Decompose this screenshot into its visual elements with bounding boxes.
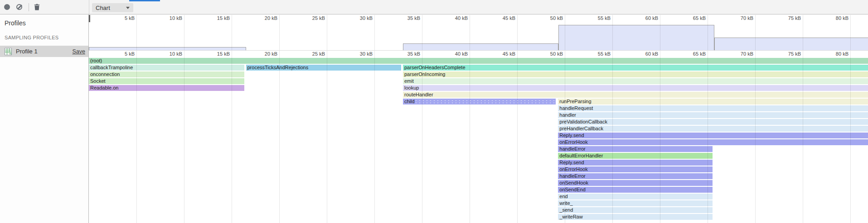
flame-bar-handleerror[interactable]: handleError — [558, 146, 713, 152]
chevron-down-icon — [126, 7, 130, 9]
gridline — [470, 51, 470, 223]
flame-bar-readable-on[interactable]: Readable.on — [89, 85, 244, 91]
flame-bar-onsendend[interactable]: onSendEnd — [558, 187, 713, 193]
flame-bar-label: _send — [558, 207, 713, 213]
flame-bar-label: lookup — [403, 85, 868, 91]
overview-range-handle[interactable] — [89, 15, 90, 22]
overview-step — [714, 38, 868, 50]
flame-bar-callbacktrampoline[interactable]: callbackTrampoline — [89, 65, 244, 71]
flame-bar-onerrorhook[interactable]: onErrorHook — [558, 166, 713, 172]
flame-chart-panel[interactable]: (root)callbackTrampolineprocessTicksAndR… — [89, 14, 868, 223]
gridline — [850, 15, 851, 50]
gridline — [279, 51, 280, 223]
flame-bar-emit[interactable]: emit — [403, 78, 868, 84]
overview-graph[interactable] — [89, 14, 868, 51]
flame-bar-routehandler[interactable]: routeHandler — [403, 92, 868, 98]
gridline — [327, 51, 327, 223]
flame-bar-lookup[interactable]: lookup — [403, 85, 868, 91]
flame-bar-parseronincoming[interactable]: parserOnIncoming — [403, 71, 868, 77]
flame-bar-parseronheaderscomplete[interactable]: parserOnHeadersComplete — [403, 65, 868, 71]
gridline — [422, 15, 422, 50]
flame-bar-end[interactable]: end — [558, 194, 713, 199]
flame-bar-send[interactable]: _send — [558, 207, 713, 213]
gridline — [612, 15, 613, 50]
flame-bar-handleerror[interactable]: handleError — [558, 173, 713, 179]
overview-step — [403, 43, 558, 50]
sidebar: Profiles SAMPLING PROFILES % Profile 1 S… — [0, 14, 89, 223]
chart-view-dropdown[interactable]: Chart — [92, 3, 133, 12]
flame-bar-label: onSendHook — [558, 180, 713, 186]
gridline — [708, 15, 708, 50]
flame-bar-label: Readable.on — [89, 85, 244, 91]
flame-bar-write[interactable]: write_ — [558, 200, 713, 206]
gridline — [612, 51, 613, 223]
flame-bar-label: end — [558, 194, 713, 199]
gridline — [517, 51, 518, 223]
ruler-tick-label: 25 kB — [289, 51, 325, 57]
flame-bar-prevalidationcallback[interactable]: preValidationCallback — [558, 119, 868, 125]
ruler-tick-label: 65 kB — [669, 51, 706, 57]
flame-bar-socket[interactable]: Socket — [89, 78, 244, 84]
flame-bar-handler[interactable]: handler — [558, 112, 868, 118]
flame-bar-onsendhook[interactable]: onSendHook — [558, 180, 713, 186]
gridline — [327, 15, 327, 50]
flame-bar-label: processTicksAndRejections — [246, 65, 402, 71]
flame-bar-handlerequest[interactable]: handleRequest — [558, 105, 868, 111]
record-icon[interactable] — [4, 4, 10, 10]
gridline — [803, 15, 803, 50]
flame-bar-onerrorhook[interactable]: onErrorHook — [558, 139, 868, 145]
gridline — [374, 51, 375, 223]
toolbar-separator — [29, 3, 29, 11]
flame-bar-label: preHandlerCallback — [558, 126, 868, 132]
toolbar-divider — [89, 0, 89, 14]
ruler-tick-label: 20 kB — [241, 51, 277, 57]
ruler-tick-label: 75 kB — [765, 51, 801, 57]
gridline — [850, 51, 851, 223]
main-body: Profiles SAMPLING PROFILES % Profile 1 S… — [0, 14, 868, 223]
flame-bar-defaulterrorhandler[interactable]: defaultErrorHandler — [558, 153, 713, 159]
flame-bar-label: Reply.send — [558, 133, 868, 138]
gridline — [565, 51, 565, 223]
flame-bar-label: parserOnIncoming — [403, 71, 868, 77]
profiles-title: Profiles — [0, 14, 88, 31]
overview-ruler-separator — [89, 50, 868, 51]
chart-view-dropdown-label: Chart — [96, 5, 110, 11]
flame-bar-reply-send[interactable]: Reply.send — [558, 133, 868, 138]
flame-bar-label: Socket — [89, 78, 244, 84]
flame-bar-label: handleRequest — [558, 105, 868, 111]
overview-step — [89, 47, 246, 50]
gridline — [184, 51, 184, 223]
flame-bar-processticksandrejections[interactable]: processTicksAndRejections — [246, 65, 402, 71]
profile-name: Profile 1 — [16, 48, 73, 55]
gridline — [184, 15, 184, 50]
gridline — [565, 15, 565, 50]
flame-bar-writeraw[interactable]: _writeRaw — [558, 214, 713, 220]
flame-bar-label: handler — [558, 112, 868, 118]
ruler-tick-label: 10 kB — [146, 51, 182, 57]
sidebar-item-profile-1[interactable]: % Profile 1 Save — [0, 46, 88, 57]
flame-bar-label: onErrorHook — [558, 139, 868, 145]
flame-bar-prehandlercallback[interactable]: preHandlerCallback — [558, 126, 868, 132]
gridline — [136, 15, 137, 50]
flame-bar-label: defaultErrorHandler — [558, 153, 713, 159]
ruler-tick-label: 35 kB — [384, 51, 420, 57]
flame-bar-runpreparsing[interactable]: runPreParsing — [558, 99, 868, 104]
trash-icon[interactable] — [34, 4, 40, 10]
gridline — [422, 51, 422, 223]
profiler-app: Chart Profiles SAMPLING PROFILES % Profi… — [0, 0, 868, 223]
active-tab-indicator — [129, 0, 160, 1]
clear-icon[interactable] — [16, 4, 22, 10]
gridline — [136, 51, 137, 223]
flame-bar-label: runPreParsing — [558, 99, 868, 104]
flame-bar-onconnection[interactable]: onconnection — [89, 71, 244, 77]
flame-bar-reply-send[interactable]: Reply.send — [558, 160, 713, 166]
flame-bar-root[interactable]: (root) — [89, 58, 868, 64]
gridline — [279, 15, 280, 50]
save-profile-link[interactable]: Save — [73, 48, 86, 55]
flame-bar-label: callbackTrampoline — [89, 65, 244, 71]
ruler-tick-label: 15 kB — [194, 51, 230, 57]
flame-bar-label: onErrorHook — [558, 166, 713, 172]
ruler-tick-label: 60 kB — [622, 51, 658, 57]
flame-bar-child[interactable]: child — [403, 99, 556, 104]
flame-bar-label: handleError — [558, 173, 713, 179]
